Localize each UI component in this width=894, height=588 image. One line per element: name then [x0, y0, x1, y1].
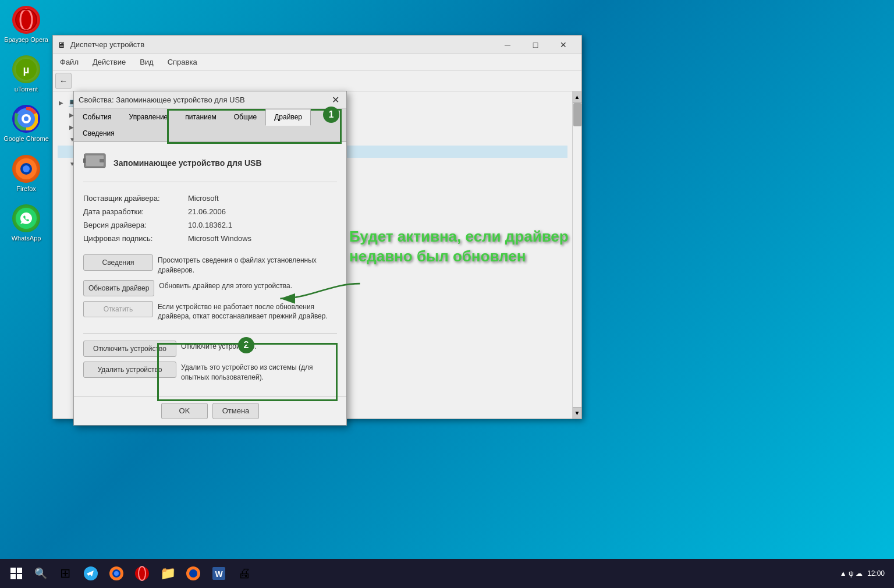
properties-tabs: События Управление питанием Общие Драйве… — [74, 109, 346, 142]
properties-content: Запоминающее устройство для USB Поставщи… — [74, 142, 346, 396]
svg-rect-21 — [10, 574, 16, 579]
whatsapp-label: WhatsApp — [12, 235, 41, 242]
taskbar-taskview[interactable]: ⊞ — [54, 562, 77, 585]
update-driver-button[interactable]: Обновить драйвер — [83, 280, 154, 296]
device-icon — [83, 151, 107, 175]
svg-text:W: W — [215, 569, 223, 579]
properties-title: Свойства: Запоминающее устройство для US… — [79, 95, 329, 104]
svg-rect-16 — [100, 159, 104, 162]
vendor-row: Поставщик драйвера: Microsoft — [83, 194, 337, 203]
menu-action[interactable]: Действие — [90, 56, 128, 68]
taskbar-firefox2[interactable] — [182, 562, 205, 585]
cancel-button[interactable]: Отмена — [212, 403, 259, 419]
window-controls: ─ □ ✕ — [494, 37, 577, 52]
taskbar-explorer[interactable]: 📁 — [156, 562, 179, 585]
tab-events[interactable]: События — [74, 109, 120, 125]
signature-value: Microsoft Windows — [188, 234, 251, 243]
svg-point-26 — [114, 571, 119, 576]
utorrent-logo: μ — [12, 55, 40, 83]
close-button[interactable]: ✕ — [550, 37, 577, 52]
maximize-button[interactable]: □ — [522, 37, 549, 52]
device-manager-scrollbar[interactable]: ▲ ▼ — [572, 91, 581, 419]
signature-row: Цифровая подпись: Microsoft Windows — [83, 234, 337, 243]
remove-desc: Удалить это устройство из системы (для о… — [181, 363, 337, 382]
taskbar-devices[interactable]: 🖨 — [233, 562, 256, 585]
chrome-label: Google Chrome — [3, 135, 49, 143]
back-button[interactable]: ← — [55, 73, 72, 89]
date-label: Дата разработки: — [83, 207, 188, 216]
svg-rect-20 — [17, 568, 22, 573]
whatsapp-icon-desktop[interactable]: WhatsApp — [3, 204, 49, 242]
action-buttons-section: Отключить устройство Отключите устройств… — [83, 341, 337, 382]
whatsapp-logo — [12, 204, 40, 232]
search-button[interactable]: 🔍 — [30, 563, 51, 584]
opera-label: Браузер Opera — [4, 36, 48, 44]
taskbar: 🔍 ⊞ 📁 — [0, 559, 894, 588]
driver-buttons-section: Сведения Просмотреть сведения о файлах у… — [83, 254, 337, 326]
tab-details[interactable]: Сведения — [74, 125, 123, 141]
device-manager-toolbar: ← — [53, 70, 581, 91]
tab-general[interactable]: Общие — [225, 109, 265, 125]
update-desc: Обновить драйвер для этого устройства. — [159, 281, 337, 291]
disable-device-button[interactable]: Отключить устройство — [83, 341, 176, 357]
dialog-footer: OK Отмена — [74, 396, 346, 425]
firefox-label: Firefox — [16, 185, 36, 193]
device-manager-window: 🖥 Диспетчер устройств ─ □ ✕ Файл Действи… — [52, 35, 582, 419]
disable-desc: Отключите устройство. — [181, 342, 337, 357]
version-value: 10.0.18362.1 — [188, 221, 232, 229]
tray-time: 12:00 — [867, 569, 885, 578]
firefox-logo — [12, 155, 40, 183]
menu-file[interactable]: Файл — [58, 56, 81, 68]
separator — [83, 333, 337, 334]
opera-logo — [12, 6, 40, 34]
svg-rect-22 — [17, 574, 22, 579]
svg-point-12 — [23, 165, 30, 172]
svg-point-9 — [24, 116, 29, 121]
driver-info-table: Поставщик драйвера: Microsoft Дата разра… — [83, 194, 337, 243]
rollback-desc: Если устройство не работает после обновл… — [158, 302, 337, 322]
properties-titlebar: Свойства: Запоминающее устройство для US… — [74, 91, 346, 109]
menu-view[interactable]: Вид — [137, 56, 156, 68]
device-header: Запоминающее устройство для USB — [83, 151, 337, 182]
remove-device-button[interactable]: Удалить устройство — [83, 362, 176, 378]
svg-text:μ: μ — [23, 64, 29, 76]
chrome-icon-desktop[interactable]: Google Chrome — [3, 105, 49, 143]
device-manager-title: Диспетчер устройств — [70, 40, 494, 49]
details-row: Сведения Просмотреть сведения о файлах у… — [83, 254, 337, 275]
device-manager-titlebar: 🖥 Диспетчер устройств ─ □ ✕ — [53, 36, 581, 54]
badge-2: 2 — [238, 337, 254, 353]
tab-management[interactable]: Управление — [120, 109, 177, 125]
disable-row: Отключить устройство Отключите устройств… — [83, 341, 337, 357]
svg-point-27 — [135, 566, 149, 580]
details-button[interactable]: Сведения — [83, 254, 153, 271]
menu-help[interactable]: Справка — [165, 56, 200, 68]
svg-rect-19 — [10, 568, 16, 573]
taskbar-firefox[interactable] — [105, 562, 128, 585]
taskbar-word[interactable]: W — [207, 562, 230, 585]
start-button[interactable] — [5, 562, 28, 585]
tab-driver[interactable]: Драйвер — [265, 109, 311, 126]
update-row: Обновить драйвер Обновить драйвер для эт… — [83, 280, 337, 296]
tray-icons: ▲ ψ ☁ — [840, 569, 863, 578]
device-manager-menubar: Файл Действие Вид Справка — [53, 54, 581, 70]
version-label: Версия драйвера: — [83, 221, 188, 229]
minimize-button[interactable]: ─ — [494, 37, 521, 52]
chrome-logo — [12, 105, 40, 133]
utorrent-icon-desktop[interactable]: μ uTorrent — [3, 55, 49, 93]
taskbar-tray: ▲ ψ ☁ 12:00 — [835, 569, 889, 578]
properties-dialog: Свойства: Запоминающее устройство для US… — [73, 91, 347, 426]
badge-1: 1 — [323, 107, 339, 123]
svg-point-30 — [189, 569, 197, 578]
taskbar-telegram[interactable] — [79, 562, 102, 585]
details-desc: Просмотреть сведения о файлах установлен… — [158, 256, 337, 275]
properties-close-button[interactable]: ✕ — [329, 94, 342, 107]
opera-icon-desktop[interactable]: Браузер Opera — [3, 6, 49, 44]
tab-power[interactable]: питанием — [176, 109, 225, 125]
device-name: Запоминающее устройство для USB — [113, 158, 262, 168]
rollback-button[interactable]: Откатить — [83, 301, 153, 317]
desktop-icons: Браузер Opera μ uTorrent — [0, 0, 52, 248]
utorrent-label: uTorrent — [15, 86, 38, 93]
ok-button[interactable]: OK — [161, 403, 208, 419]
firefox-icon-desktop[interactable]: Firefox — [3, 155, 49, 193]
taskbar-opera[interactable] — [130, 562, 154, 585]
